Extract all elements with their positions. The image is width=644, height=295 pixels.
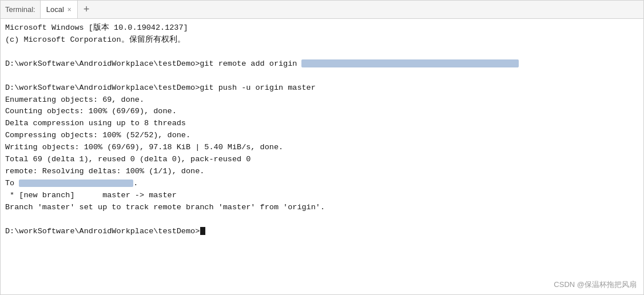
terminal-line-enum: Enumerating objects: 69, done. bbox=[5, 94, 639, 106]
tab-local[interactable]: Local × bbox=[41, 1, 78, 18]
terminal-line-remote-add: D:\workSoftware\AndroidWorkplace\testDem… bbox=[5, 58, 639, 70]
terminal-line-branch: * [new branch] master -> master bbox=[5, 190, 639, 202]
terminal-cursor bbox=[200, 227, 205, 235]
terminal-line-compress: Compressing objects: 100% (52/52), done. bbox=[5, 130, 639, 142]
terminal-line-empty bbox=[5, 46, 639, 58]
terminal-line: (c) Microsoft Corporation。保留所有权利。 bbox=[5, 34, 639, 46]
blurred-to-url bbox=[19, 180, 133, 188]
terminal-line: Microsoft Windows [版本 10.0.19042.1237] bbox=[5, 22, 639, 34]
terminal-line-push: D:\workSoftware\AndroidWorkplace\testDem… bbox=[5, 82, 639, 94]
terminal-line-count: Counting objects: 100% (69/69), done. bbox=[5, 106, 639, 118]
terminal-line-remote: remote: Resolving deltas: 100% (1/1), do… bbox=[5, 166, 639, 178]
watermark: CSDN @保温杯拖把风扇 bbox=[554, 280, 637, 290]
tab-local-label: Local bbox=[46, 5, 64, 14]
tab-bar: Terminal: Local × + bbox=[1, 1, 643, 19]
terminal-line-to: To . bbox=[5, 178, 639, 190]
terminal-window: Terminal: Local × + Microsoft Windows [版… bbox=[0, 0, 644, 295]
blurred-url bbox=[301, 59, 519, 67]
terminal-line-empty bbox=[5, 70, 639, 82]
terminal-line-delta: Delta compression using up to 8 threads bbox=[5, 118, 639, 130]
terminal-line-empty bbox=[5, 214, 639, 226]
terminal-line-write: Writing objects: 100% (69/69), 97.18 KiB… bbox=[5, 142, 639, 154]
terminal-content: Microsoft Windows [版本 10.0.19042.1237] (… bbox=[1, 19, 643, 294]
terminal-line-track: Branch 'master' set up to track remote b… bbox=[5, 202, 639, 214]
terminal-label: Terminal: bbox=[1, 1, 41, 18]
tab-add-button[interactable]: + bbox=[78, 1, 96, 18]
terminal-line-prompt: D:\workSoftware\AndroidWorkplace\testDem… bbox=[5, 226, 639, 238]
tab-close-button[interactable]: × bbox=[67, 6, 71, 13]
terminal-line-total: Total 69 (delta 1), reused 0 (delta 0), … bbox=[5, 154, 639, 166]
